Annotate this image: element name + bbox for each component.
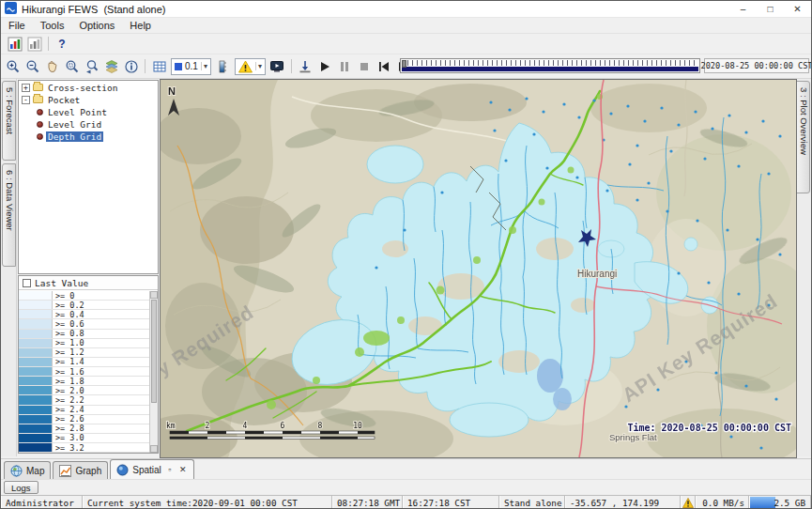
menu-tools[interactable]: Tools xyxy=(33,20,72,31)
tree-item-cross-section[interactable]: + Cross-section xyxy=(19,82,158,93)
current-datetime-display[interactable]: 2020-08-25 00:00:00 CST xyxy=(704,58,809,73)
menu-help[interactable]: Help xyxy=(122,20,159,31)
tab-spatial[interactable]: Spatial ▫ ✕ xyxy=(110,459,194,479)
tab-graph[interactable]: Graph xyxy=(53,461,108,479)
svg-text:6: 6 xyxy=(281,422,285,430)
menu-file[interactable]: File xyxy=(1,20,33,31)
float-tab-icon[interactable]: ▫ xyxy=(165,465,175,474)
pause-button[interactable] xyxy=(335,57,355,76)
layers-icon xyxy=(104,59,119,74)
map-view[interactable]: API Key Required API Key Required Hikura… xyxy=(160,79,797,458)
legend-swatch xyxy=(19,348,53,357)
app-icon xyxy=(5,2,17,16)
map-canvas[interactable]: API Key Required API Key Required Hikura… xyxy=(161,80,796,457)
status-coordinates: -35.657 , 174.199 xyxy=(565,496,681,509)
grid-toggle-button[interactable] xyxy=(149,57,169,76)
window-title: Hikurangi FEWS (Stand alone) xyxy=(22,4,165,15)
tab-map[interactable]: Map xyxy=(4,461,51,479)
expander-icon[interactable]: - xyxy=(22,96,30,104)
legend-swatch xyxy=(19,358,53,366)
logs-button[interactable]: Logs xyxy=(4,481,38,494)
logs-row: Logs xyxy=(1,479,811,495)
globe-icon xyxy=(10,465,23,477)
info-icon xyxy=(124,59,139,74)
memory-usage-bar xyxy=(750,497,775,509)
grid-icon xyxy=(152,59,167,74)
pan-hand-icon xyxy=(45,59,60,74)
folder-icon xyxy=(33,96,43,103)
close-button[interactable]: ✕ xyxy=(784,1,811,17)
legend-row: >= 2.0 xyxy=(19,386,149,395)
threshold-combo[interactable]: 0.1 ▾ xyxy=(171,58,211,75)
scale-legend-button[interactable] xyxy=(213,57,233,76)
maximize-button[interactable]: □ xyxy=(757,1,784,17)
info-button[interactable] xyxy=(121,57,141,76)
last-value-checkbox[interactable] xyxy=(23,279,31,287)
status-user: Administrator xyxy=(1,496,83,509)
timeline-handle[interactable] xyxy=(402,60,406,68)
bar-chart-icon xyxy=(8,37,23,52)
warning-combo[interactable]: ▾ xyxy=(235,58,266,75)
left-panel: + Cross-section - Pocket Level Point Lev… xyxy=(17,79,160,456)
help-button[interactable]: ? xyxy=(53,36,71,53)
plot-display-button[interactable] xyxy=(5,35,24,54)
tab-data-viewer[interactable]: 6 : Data Viewer xyxy=(2,163,16,267)
svg-text:km: km xyxy=(166,422,176,430)
legend-swatch xyxy=(19,395,53,404)
legend-row: >= 1.8 xyxy=(19,377,149,386)
scrollbar-up-icon[interactable] xyxy=(150,291,158,299)
tree-item-depth-grid[interactable]: Depth Grid xyxy=(19,131,158,142)
warning-icon xyxy=(682,498,694,508)
stop-button[interactable] xyxy=(355,57,375,76)
zoom-out-button[interactable] xyxy=(23,57,42,76)
zoom-previous-button[interactable] xyxy=(82,57,101,76)
zoom-in-button[interactable] xyxy=(3,57,23,76)
close-tab-icon[interactable]: ✕ xyxy=(178,465,188,474)
download-arrow-icon xyxy=(298,59,313,74)
minimize-button[interactable]: – xyxy=(729,1,757,17)
tab-plot-overview[interactable]: 3 : Plot Overview xyxy=(796,81,810,193)
status-system-time: Current system time:2020-09-01 00:00 CST xyxy=(83,496,332,509)
status-warning-cell[interactable] xyxy=(681,496,696,509)
legend-row: >= 2.4 xyxy=(19,406,149,415)
legend-row: >= 2.8 xyxy=(19,424,149,434)
legend-row: >= 1.2 xyxy=(19,348,149,358)
tree-item-level-point[interactable]: Level Point xyxy=(19,106,158,117)
layer-node-icon xyxy=(37,109,43,116)
left-tab-strip: 5 : Forecast 6 : Data Viewer xyxy=(1,79,17,456)
toolbar-separator xyxy=(291,59,292,73)
zoom-previous-icon xyxy=(84,59,100,74)
tree-item-pocket[interactable]: - Pocket xyxy=(19,94,158,105)
legend-panel: Last Value >= 0 >= 0.2 >= 0.4 >= 0.6 >= … xyxy=(18,275,159,454)
toolbar-separator xyxy=(145,59,146,73)
scrollbar-down-icon[interactable] xyxy=(150,445,158,453)
expander-icon[interactable]: + xyxy=(22,84,30,92)
legend-header: Last Value xyxy=(19,276,158,290)
right-tab-strip: 3 : Plot Overview xyxy=(795,79,811,456)
tab-forecast[interactable]: 5 : Forecast xyxy=(2,81,16,161)
legend-list: >= 0 >= 0.2 >= 0.4 >= 0.6 >= 0.8 >= 1.0 … xyxy=(19,291,149,453)
legend-scrollbar[interactable] xyxy=(149,291,158,453)
grid-display-button[interactable] xyxy=(24,35,44,54)
bottom-tab-bar: Map Graph Spatial ▫ ✕ xyxy=(1,458,811,479)
timeline-ticks xyxy=(403,60,697,66)
play-button[interactable] xyxy=(315,57,335,76)
menu-options[interactable]: Options xyxy=(71,20,122,31)
layers-button[interactable] xyxy=(101,57,121,76)
legend-row: >= 1.6 xyxy=(19,367,149,377)
class-color-icon xyxy=(175,63,182,70)
zoom-box-button[interactable] xyxy=(62,57,82,76)
animation-button[interactable] xyxy=(268,57,287,76)
legend-swatch xyxy=(19,424,53,433)
export-timeseries-button[interactable] xyxy=(296,57,315,76)
legend-row: >= 3.2 xyxy=(19,443,149,453)
timeline-slider[interactable] xyxy=(400,58,700,73)
tree-item-level-grid[interactable]: Level Grid xyxy=(19,118,158,130)
legend-swatch xyxy=(19,443,53,452)
skip-start-button[interactable] xyxy=(375,57,394,76)
color-scale-icon xyxy=(215,59,230,74)
svg-text:10: 10 xyxy=(353,422,362,430)
pan-button[interactable] xyxy=(42,57,62,76)
scrollbar-thumb[interactable] xyxy=(151,300,157,403)
layer-node-icon xyxy=(37,133,43,140)
